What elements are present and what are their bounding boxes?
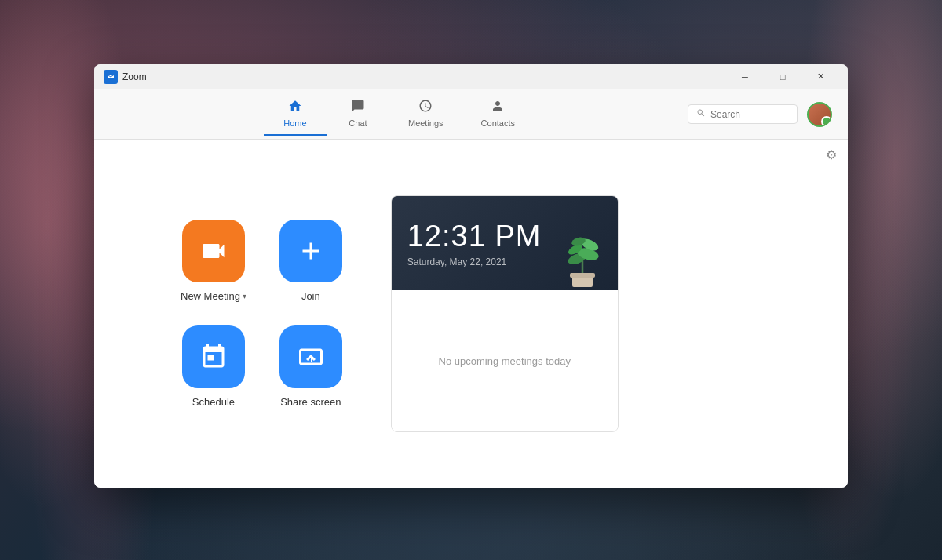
meetings-icon (418, 99, 433, 117)
tab-contacts-label: Contacts (481, 118, 515, 128)
app-logo: Zoom (104, 70, 147, 84)
search-icon (696, 108, 706, 120)
share-screen-item[interactable]: Share screen (278, 325, 344, 408)
home-icon (288, 99, 302, 117)
nav-tabs: Home Chat Meetings Contacts (110, 93, 688, 136)
tab-chat[interactable]: Chat (327, 93, 389, 136)
schedule-label: Schedule (192, 396, 235, 408)
join-label: Join (301, 290, 320, 302)
svg-rect-0 (572, 276, 593, 287)
plant-decoration (555, 220, 610, 290)
new-meeting-item[interactable]: New Meeting ▾ (181, 220, 246, 302)
actions-grid: New Meeting ▾ Join Schedule (181, 220, 344, 408)
chat-icon (351, 99, 365, 117)
minimize-button[interactable]: ─ (727, 64, 763, 89)
contacts-icon (491, 99, 505, 117)
calendar-header: 12:31 PM Saturday, May 22, 2021 (392, 196, 618, 290)
calendar-body: No upcoming meetings today (392, 290, 618, 431)
calendar-panel: 12:31 PM Saturday, May 22, 2021 (391, 195, 619, 432)
zoom-icon (104, 70, 118, 84)
no-meetings-text: No upcoming meetings today (439, 355, 571, 367)
tab-home-label: Home (283, 118, 306, 128)
window-controls: ─ □ ✕ (727, 64, 838, 89)
tab-meetings-label: Meetings (408, 118, 444, 128)
tab-home[interactable]: Home (264, 93, 327, 136)
join-item[interactable]: Join (278, 220, 344, 302)
tab-contacts[interactable]: Contacts (462, 93, 534, 136)
share-screen-label: Share screen (280, 396, 341, 408)
join-button[interactable] (279, 220, 342, 282)
nav-bar: Home Chat Meetings Contacts (94, 89, 848, 140)
search-input[interactable] (710, 109, 789, 120)
schedule-item[interactable]: Schedule (181, 325, 246, 408)
home-layout: New Meeting ▾ Join Schedule (181, 195, 761, 432)
new-meeting-chevron: ▾ (243, 292, 246, 300)
tab-meetings[interactable]: Meetings (389, 93, 462, 136)
avatar[interactable] (807, 102, 832, 127)
new-meeting-button[interactable] (182, 220, 245, 282)
maximize-button[interactable]: □ (765, 64, 801, 89)
title-bar: Zoom ─ □ ✕ (94, 64, 848, 89)
close-button[interactable]: ✕ (802, 64, 838, 89)
svg-rect-1 (570, 273, 595, 278)
app-window: Zoom ─ □ ✕ Home Chat (94, 64, 848, 488)
tab-chat-label: Chat (349, 118, 367, 128)
new-meeting-label: New Meeting ▾ (181, 290, 246, 302)
share-screen-button[interactable] (279, 325, 342, 388)
search-box[interactable] (688, 104, 798, 124)
app-title: Zoom (122, 71, 147, 82)
schedule-button[interactable] (182, 325, 245, 388)
main-content: ⚙ New Meeting ▾ (94, 140, 848, 488)
settings-icon[interactable]: ⚙ (826, 147, 837, 162)
